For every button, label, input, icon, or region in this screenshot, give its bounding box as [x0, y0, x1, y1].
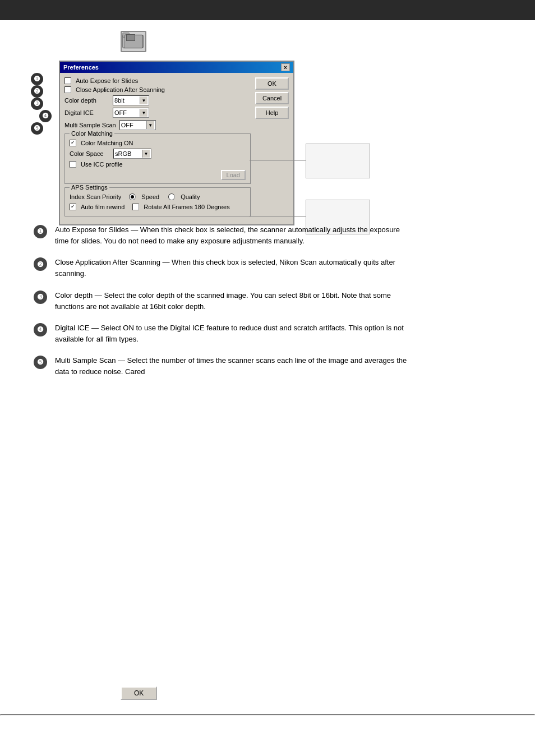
color-matching-legend: Color Matching	[70, 130, 114, 137]
auto-rewind-rotate-row: Auto film rewind Rotate All Frames 180 D…	[70, 204, 246, 210]
desc-bullet-5: ❺	[34, 356, 47, 369]
color-matching-enable-row: Color Matching ON	[70, 140, 246, 146]
aps-settings-section: APS Settings Index Scan Priority Speed Q…	[64, 187, 251, 216]
digital-ice-select[interactable]: OFF ▼	[113, 108, 149, 118]
aps-settings-content: Index Scan Priority Speed Quality Auto f…	[70, 193, 246, 210]
bottom-rule	[0, 714, 535, 716]
close-app-label: Close Application After Scanning	[76, 86, 165, 93]
color-matching-checkbox[interactable]	[70, 140, 76, 146]
bullet-5: ❺	[31, 122, 43, 135]
ok-button[interactable]: OK	[255, 77, 289, 90]
dialog-title: Preferences	[63, 64, 99, 71]
bullet-4: ❹	[39, 110, 52, 122]
close-app-row: Close Application After Scanning	[64, 86, 251, 93]
icc-profile-row: Use ICC profile	[70, 161, 246, 168]
preferences-dialog-container: ❶ ❷ ❸ ❹ ❺ Preferences × Auto Expose for …	[59, 61, 294, 225]
svg-rect-2	[123, 33, 129, 38]
color-space-label: Color Space	[70, 150, 110, 157]
desc-text-5: Multi Sample Scan — Select the number of…	[55, 355, 415, 377]
desc-item-1: ❶ Auto Expose for Slides — When this che…	[34, 224, 415, 247]
desc-item-5: ❺ Multi Sample Scan — Select the number …	[34, 355, 415, 377]
preferences-dialog: Preferences × Auto Expose for Slides Clo…	[59, 61, 294, 225]
color-depth-arrow[interactable]: ▼	[140, 96, 147, 104]
top-bar	[0, 0, 535, 20]
speed-label: Speed	[141, 193, 159, 200]
callout-box-1	[306, 144, 370, 178]
desc-item-3: ❸ Color depth — Select the color depth o…	[34, 290, 415, 312]
digital-ice-row: Digital ICE OFF ▼	[64, 108, 251, 118]
descriptions-section: ❶ Auto Expose for Slides — When this che…	[34, 224, 415, 388]
rotate-checkbox[interactable]	[132, 204, 139, 210]
color-matching-section: Color Matching Color Matching ON Color S…	[64, 133, 251, 184]
color-space-row: Color Space sRGB ▼	[70, 149, 246, 159]
multi-sample-label: Multi Sample Scan	[64, 122, 116, 128]
desc-bullet-3: ❸	[34, 291, 47, 304]
aps-settings-legend: APS Settings	[70, 184, 109, 191]
color-space-value: sRGB	[115, 150, 131, 157]
speed-radio[interactable]	[129, 193, 136, 200]
scanner-icon-area	[121, 31, 146, 52]
bullet-2: ❷	[31, 85, 43, 98]
dialog-close-button[interactable]: ×	[281, 63, 290, 71]
desc-bullet-2: ❷	[34, 257, 47, 271]
dialog-left-panel: Auto Expose for Slides Close Application…	[64, 77, 251, 220]
bullet-3: ❸	[31, 98, 43, 110]
scanner-svg	[122, 31, 145, 52]
color-depth-select[interactable]: 8bit ▼	[113, 95, 149, 105]
desc-text-3: Color depth — Select the color depth of …	[55, 290, 415, 312]
multi-sample-arrow[interactable]: ▼	[146, 121, 154, 129]
desc-text-1: Auto Expose for Slides — When this check…	[55, 224, 415, 247]
color-matching-content: Color Matching ON Color Space sRGB ▼ Use…	[70, 140, 246, 180]
index-scan-row: Index Scan Priority Speed Quality	[70, 193, 246, 200]
icc-profile-label: Use ICC profile	[81, 161, 123, 168]
auto-expose-row: Auto Expose for Slides	[64, 77, 251, 84]
color-matching-enable-label: Color Matching ON	[81, 140, 133, 146]
auto-expose-checkbox[interactable]	[64, 77, 71, 84]
digital-ice-label: Digital ICE	[64, 109, 109, 116]
multi-sample-value: OFF	[121, 122, 133, 128]
help-button[interactable]: Help	[255, 107, 289, 119]
rotate-label: Rotate All Frames 180 Degrees	[144, 204, 229, 210]
color-space-select[interactable]: sRGB ▼	[113, 149, 151, 159]
dialog-buttons-panel: OK Cancel Help	[255, 77, 289, 220]
icc-profile-checkbox[interactable]	[70, 161, 76, 168]
digital-ice-arrow[interactable]: ▼	[140, 109, 147, 117]
color-depth-value: 8bit	[114, 97, 124, 104]
svg-rect-1	[126, 37, 140, 44]
bottom-ok-button[interactable]: OK	[121, 686, 157, 700]
dialog-content: Auto Expose for Slides Close Application…	[60, 73, 293, 224]
desc-text-2: Close Application After Scanning — When …	[55, 257, 415, 279]
color-depth-row: Color depth 8bit ▼	[64, 95, 251, 105]
color-depth-label: Color depth	[64, 97, 109, 104]
quality-radio[interactable]	[168, 193, 175, 200]
bullet-1: ❶	[31, 73, 43, 85]
svg-rect-3	[125, 34, 128, 36]
desc-text-4: Digital ICE — Select ON to use the Digit…	[55, 322, 415, 345]
color-space-arrow[interactable]: ▼	[142, 150, 150, 158]
cancel-button[interactable]: Cancel	[255, 92, 289, 104]
desc-item-2: ❷ Close Application After Scanning — Whe…	[34, 257, 415, 279]
load-button[interactable]: Load	[221, 170, 246, 180]
scanner-icon	[121, 31, 146, 52]
digital-ice-value: OFF	[114, 109, 127, 116]
multi-sample-row: Multi Sample Scan OFF ▼	[64, 120, 251, 130]
close-app-checkbox[interactable]	[64, 86, 71, 93]
desc-bullet-1: ❶	[34, 225, 47, 238]
index-scan-label: Index Scan Priority	[70, 193, 121, 200]
desc-item-4: ❹ Digital ICE — Select ON to use the Dig…	[34, 322, 415, 345]
auto-rewind-label: Auto film rewind	[81, 204, 124, 210]
quality-label: Quality	[181, 193, 200, 200]
multi-sample-select[interactable]: OFF ▼	[119, 120, 156, 130]
auto-expose-label: Auto Expose for Slides	[76, 77, 138, 84]
dialog-titlebar: Preferences ×	[60, 62, 293, 73]
desc-bullet-4: ❹	[34, 323, 47, 336]
svg-rect-0	[123, 35, 143, 48]
auto-rewind-checkbox[interactable]	[70, 204, 76, 210]
